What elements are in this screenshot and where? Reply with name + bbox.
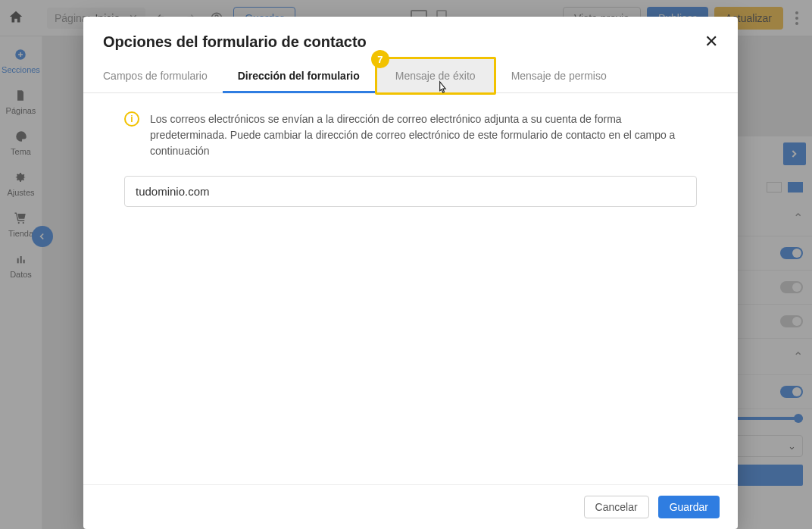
cancel-button[interactable]: Cancelar	[584, 496, 649, 518]
info-icon: i	[124, 111, 139, 127]
step-badge: 7	[371, 50, 389, 68]
save-button[interactable]: Guardar	[658, 496, 720, 518]
tab-success-message[interactable]: 7 Mensaje de éxito	[375, 57, 496, 95]
tab-permission-message[interactable]: Mensaje de permiso	[496, 59, 622, 92]
modal-footer: Cancelar Guardar	[83, 484, 738, 529]
tab-form-address[interactable]: Dirección del formulario	[223, 59, 375, 92]
modal-header: Opciones del formulario de contacto ✕	[83, 17, 738, 59]
modal-body: i Los correos electrónicos se envían a l…	[83, 93, 738, 484]
close-icon[interactable]: ✕	[704, 32, 718, 52]
tab-form-fields[interactable]: Campos de formulario	[103, 59, 223, 92]
contact-form-options-modal: Opciones del formulario de contacto ✕ Ca…	[83, 17, 738, 529]
domain-input[interactable]	[124, 176, 697, 207]
tab-label: Mensaje de éxito	[395, 70, 476, 82]
email-domain-field	[124, 176, 697, 207]
modal-tabs: Campos de formulario Dirección del formu…	[83, 59, 738, 93]
modal-title: Opciones del formulario de contacto	[103, 33, 367, 51]
info-banner: i Los correos electrónicos se envían a l…	[124, 111, 697, 159]
info-text: Los correos electrónicos se envían a la …	[150, 111, 697, 159]
